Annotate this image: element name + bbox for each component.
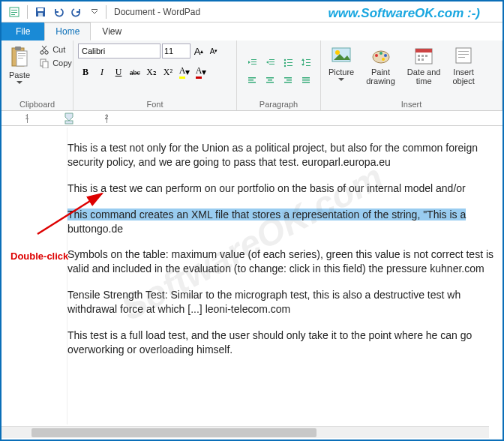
svg-point-26: [284, 64, 285, 66]
svg-rect-9: [15, 46, 21, 50]
quick-access-toolbar: [6, 4, 103, 20]
svg-point-52: [382, 58, 385, 61]
align-center-button[interactable]: [262, 72, 278, 88]
indent-marker-icon[interactable]: [64, 112, 74, 124]
paint-drawing-button[interactable]: Paint drawing: [363, 44, 398, 87]
svg-rect-42: [284, 82, 292, 83]
scrollbar-thumb[interactable]: [32, 428, 316, 437]
insert-object-button[interactable]: Insert object: [449, 44, 477, 87]
datetime-label: Date and time: [407, 68, 441, 86]
text-highlight-button[interactable]: A▾: [177, 64, 192, 80]
undo-icon[interactable]: [50, 4, 67, 20]
paragraph[interactable]: Tensile Strength Test: Similar to the mi…: [68, 288, 502, 316]
svg-rect-32: [306, 62, 310, 63]
paragraph[interactable]: This command creates an XML file that st…: [68, 208, 502, 236]
increase-indent-button[interactable]: [262, 54, 278, 70]
svg-rect-11: [18, 53, 26, 54]
qat-separator: [27, 5, 28, 19]
svg-rect-57: [425, 55, 428, 57]
strikethrough-button[interactable]: abc: [128, 64, 142, 80]
insert-group-label: Insert: [326, 98, 497, 109]
paragraph-group-label: Paragraph: [242, 98, 316, 109]
ribbon: Paste Cut Copy Clipboard: [2, 40, 502, 111]
paragraph[interactable]: This is a test we can perform on our por…: [68, 182, 502, 196]
app-icon[interactable]: [6, 4, 22, 20]
paste-button[interactable]: Paste: [6, 44, 33, 86]
paint-icon: [370, 45, 392, 66]
calendar-icon: [413, 45, 434, 66]
qat-customize-icon[interactable]: [86, 4, 103, 20]
svg-point-15: [45, 51, 48, 54]
save-icon[interactable]: [32, 4, 49, 20]
font-group-label: Font: [78, 98, 232, 109]
selected-text[interactable]: This command creates an XML file that st…: [68, 208, 466, 220]
date-time-button[interactable]: Date and time: [404, 44, 444, 87]
document-body[interactable]: This is a test not only for the Union as…: [68, 128, 502, 424]
ribbon-tabs: File Home View: [2, 22, 502, 40]
underline-button[interactable]: U: [111, 64, 126, 80]
left-margin: [2, 128, 68, 424]
paragraph-text[interactable]: buttongo.de: [68, 223, 123, 235]
line-spacing-button[interactable]: [298, 54, 314, 70]
align-left-button[interactable]: [244, 72, 260, 88]
horizontal-scrollbar[interactable]: [2, 426, 489, 438]
decrease-indent-button[interactable]: [244, 54, 260, 70]
cut-icon: [39, 44, 50, 55]
superscript-button[interactable]: X²: [160, 64, 176, 80]
redo-icon[interactable]: [68, 4, 85, 20]
subscript-button[interactable]: X₂: [144, 64, 159, 80]
cut-button[interactable]: Cut: [36, 44, 75, 56]
object-icon: [453, 45, 474, 66]
tab-view[interactable]: View: [91, 22, 133, 40]
svg-rect-40: [284, 77, 292, 79]
wordpad-window: Document - WordPad www.SoftwareOK.com :-…: [0, 0, 504, 441]
watermark-url: www.SoftwareOK.com :-): [328, 6, 480, 21]
svg-rect-23: [269, 64, 274, 64]
paragraph[interactable]: Symbols on the table: maximum value (of …: [68, 248, 502, 276]
svg-rect-2: [11, 12, 17, 13]
cut-label: Cut: [52, 45, 65, 54]
bullet-list-button[interactable]: [280, 54, 296, 70]
font-color-button[interactable]: A▾: [194, 64, 208, 80]
paragraph[interactable]: This test is a full load test, and the u…: [68, 328, 502, 357]
object-label: Insert object: [452, 68, 474, 86]
svg-point-49: [375, 54, 378, 57]
ruler[interactable]: 1 2: [2, 111, 502, 126]
picture-button[interactable]: Picture: [326, 44, 357, 82]
svg-rect-35: [248, 80, 254, 81]
svg-point-51: [384, 54, 387, 57]
group-insert: Picture Paint drawing Date and time Inse…: [321, 40, 502, 110]
font-size-select[interactable]: [162, 44, 190, 58]
italic-button[interactable]: I: [94, 64, 110, 80]
align-right-button[interactable]: [280, 72, 296, 88]
svg-rect-21: [269, 59, 274, 60]
svg-rect-61: [458, 51, 469, 52]
paragraph[interactable]: This is a test not only for the Union as…: [68, 141, 502, 170]
svg-rect-44: [302, 80, 310, 81]
group-font: A▴ A▾ B I U abc X₂ X² A▾ A▾ Font: [74, 40, 237, 110]
svg-point-50: [380, 52, 382, 55]
grow-font-button[interactable]: A▴: [192, 44, 206, 58]
svg-rect-12: [18, 56, 26, 56]
svg-rect-33: [306, 65, 310, 66]
chevron-down-icon: [338, 78, 344, 81]
justify-button[interactable]: [298, 72, 314, 88]
tab-home[interactable]: Home: [44, 22, 91, 40]
picture-label: Picture: [328, 68, 354, 76]
title-separator: [106, 5, 106, 19]
svg-rect-60: [456, 48, 471, 63]
bold-button[interactable]: B: [78, 64, 93, 80]
svg-point-14: [40, 51, 44, 54]
svg-rect-59: [422, 58, 424, 61]
paint-label: Paint drawing: [366, 68, 395, 86]
chevron-down-icon: [16, 81, 22, 84]
document-area[interactable]: This is a test not only for the Union as…: [2, 128, 502, 424]
shrink-font-button[interactable]: A▾: [207, 44, 220, 58]
font-family-select[interactable]: [78, 44, 160, 58]
picture-icon: [331, 45, 352, 66]
group-paragraph: Paragraph: [237, 40, 321, 110]
svg-rect-20: [251, 64, 256, 64]
clipboard-group-label: Clipboard: [6, 98, 68, 109]
tab-file[interactable]: File: [2, 22, 44, 40]
copy-button[interactable]: Copy: [36, 57, 75, 69]
